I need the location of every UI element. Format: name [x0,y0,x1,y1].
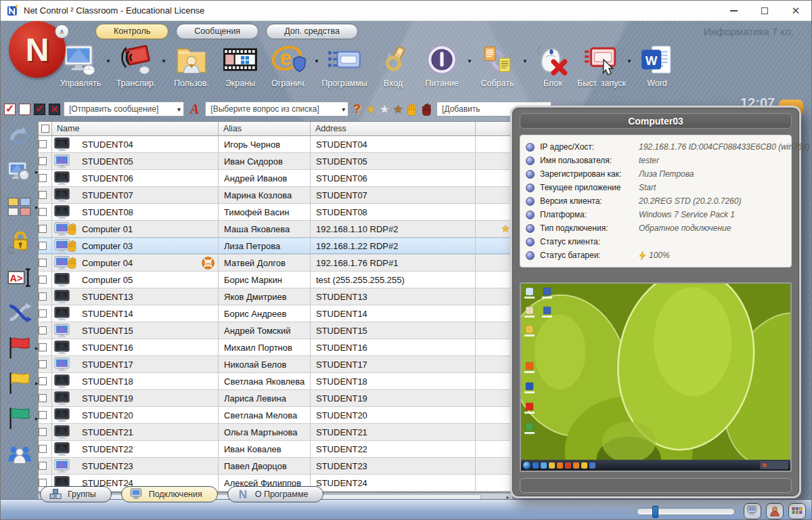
cell-alias[interactable]: Светлана Яковлева [219,373,311,389]
cell-address[interactable]: STUDENT13 [311,288,476,305]
view-grid-button[interactable] [788,503,806,519]
row-checkbox[interactable] [39,377,47,385]
cell-address[interactable]: STUDENT16 [311,339,476,355]
table-row-student23[interactable]: STUDENT23Павел ДворцовSTUDENT23 [39,458,512,475]
toolbar-button-пользов[interactable]: Пользов. [167,43,216,88]
column-address[interactable]: Address [311,122,476,135]
cell-alias[interactable]: Борис Андреев [219,305,311,322]
cell-address[interactable]: STUDENT05 [311,153,476,169]
cell-name[interactable]: Computer 03 [52,238,219,254]
table-row-student07[interactable]: STUDENT07Марина КозловаSTUDENT07 [39,187,512,204]
cell-name[interactable]: STUDENT18 [52,373,219,389]
toolbar-button-программы[interactable]: Программы [320,43,369,88]
cell-name[interactable]: STUDENT06 [52,170,219,186]
cell-alias[interactable]: Марина Козлова [219,187,311,203]
row-checkbox[interactable] [39,360,47,368]
cell-address[interactable]: STUDENT24 [311,475,476,491]
remote-desktop-preview[interactable] [520,282,792,472]
tab-контроль[interactable]: Контроль [95,24,168,39]
table-row-student20[interactable]: STUDENT20Светлана МеловаSTUDENT20 [39,407,512,424]
cell-address[interactable]: test (255.255.255.255) [311,272,476,288]
toolbar-button-собрать[interactable]: Собрать [473,43,522,88]
row-checkbox[interactable] [39,411,47,419]
row-checkbox[interactable] [39,309,47,318]
cell-name[interactable]: STUDENT23 [52,458,219,474]
cell-alias[interactable]: Матвей Долгов [219,255,311,271]
row-checkbox[interactable] [39,225,47,233]
cell-address[interactable]: STUDENT18 [311,373,476,389]
help-question-icon[interactable]: ? [352,102,362,116]
cell-alias[interactable]: Михаил Портнов [219,339,311,355]
row-checkbox[interactable] [39,343,47,351]
cell-address[interactable]: 192.168.1.76 RDP#1 [311,255,476,271]
row-checkbox[interactable] [39,191,47,199]
cell-address[interactable]: STUDENT08 [311,204,476,220]
table-row-student18[interactable]: STUDENT18Светлана ЯковлеваSTUDENT18 [39,373,512,390]
table-row-student04[interactable]: STUDENT04Игорь ЧерновSTUDENT04 [39,136,512,153]
table-header[interactable]: Name Alias Address [39,122,512,136]
tab-доп-средства[interactable]: Доп. средства [266,24,358,39]
close-button[interactable]: ✕ [780,1,811,21]
select-all-checkbox[interactable] [4,104,16,115]
cell-address[interactable]: 192.168.1.10 RDP#2 [311,221,476,237]
uncheck-selected-icon[interactable] [49,104,60,115]
view-users-button[interactable] [766,503,784,519]
slider-handle[interactable] [652,506,658,518]
cell-alias[interactable]: Яков Дмитриев [219,288,311,305]
cell-alias[interactable]: Андрей Иванов [219,170,311,186]
dropdown-arrow-icon[interactable]: ▼ [466,58,473,64]
cell-name[interactable]: STUDENT22 [52,441,219,457]
row-checkbox[interactable] [39,292,47,301]
toolbar-button-блок[interactable]: Блок [528,43,577,88]
minimize-button[interactable] [718,1,749,21]
cell-address[interactable]: STUDENT19 [311,390,476,406]
cell-name[interactable]: Computer 01 [52,221,219,237]
toolbar-button-огранич[interactable]: eОгранич. [265,43,313,88]
table-row-computer-03[interactable]: Computer 03Лиза Петрова192.168.1.22 RDP#… [39,238,512,255]
row-checkbox[interactable] [39,276,47,284]
row-checkbox[interactable] [39,394,47,402]
lower-hand-icon[interactable] [422,103,433,116]
sidebar-flag-yellow-button[interactable]: ▸ [7,370,32,396]
cell-name[interactable]: STUDENT17 [52,356,219,372]
row-checkbox[interactable] [39,174,47,182]
dropdown-arrow-icon[interactable]: ▼ [160,58,167,64]
sidebar-lock-button[interactable] [7,230,32,255]
cell-alias[interactable]: Лиза Петрова [219,238,311,254]
cell-name[interactable]: STUDENT13 [52,288,219,305]
cell-name[interactable]: Computer 04sos [52,255,219,271]
bottom-tab-подключения[interactable]: Подключения [121,486,218,502]
table-row-student05[interactable]: STUDENT05Иван СидоровSTUDENT05 [39,153,512,170]
cell-alias[interactable]: Игорь Чернов [219,136,311,152]
sidebar-text-insert-button[interactable]: A> [7,265,32,290]
toolbar-button-быст-запуск[interactable]: Быст. запуск [577,43,626,88]
cell-address[interactable]: STUDENT21 [311,424,476,440]
table-row-student08[interactable]: STUDENT08Тимофей ВасинSTUDENT08 [39,204,512,221]
cell-alias[interactable]: Николай Белов [219,356,311,372]
send-message-combo[interactable]: [Отправить сообщение] ▾ [64,102,184,116]
sidebar-flag-green-button[interactable]: ▸ [7,406,32,431]
table-row-student14[interactable]: STUDENT14Борис АндреевSTUDENT14 [39,305,512,322]
column-alias[interactable]: Alias [219,122,311,135]
cell-alias[interactable]: Лариса Левина [219,390,311,406]
empty-checkbox[interactable] [19,104,30,115]
table-row-student13[interactable]: STUDENT13Яков ДмитриевSTUDENT13 [39,288,512,305]
header-checkbox[interactable] [41,125,49,133]
dropdown-arrow-icon[interactable]: ▼ [105,58,112,64]
table-row-computer-01[interactable]: Computer 01Маша Яковлева192.168.1.10 RDP… [39,221,512,238]
cell-alias[interactable]: Борис Маркин [219,272,311,288]
table-row-student06[interactable]: STUDENT06Андрей ИвановSTUDENT06 [39,170,512,187]
star-silver-icon[interactable]: ★ [380,104,390,115]
cell-alias[interactable]: Иван Ковалев [219,441,311,457]
table-row-student19[interactable]: STUDENT19Лариса ЛевинаSTUDENT19 [39,390,512,407]
toolbar-button-транслир[interactable]: Транслир. [112,43,160,88]
row-checkbox[interactable] [39,157,47,165]
row-checkbox[interactable] [39,462,47,470]
tab-сообщения[interactable]: Сообщения [176,24,258,39]
row-checkbox[interactable] [39,428,47,436]
table-row-student16[interactable]: STUDENT16Михаил ПортновSTUDENT16 [39,339,512,356]
collapse-ribbon-button[interactable]: ∧ [55,24,69,39]
dropdown-arrow-icon[interactable]: ▼ [313,58,320,64]
row-checkbox[interactable] [39,259,47,267]
toolbar-button-питание[interactable]: Питание [418,43,466,88]
